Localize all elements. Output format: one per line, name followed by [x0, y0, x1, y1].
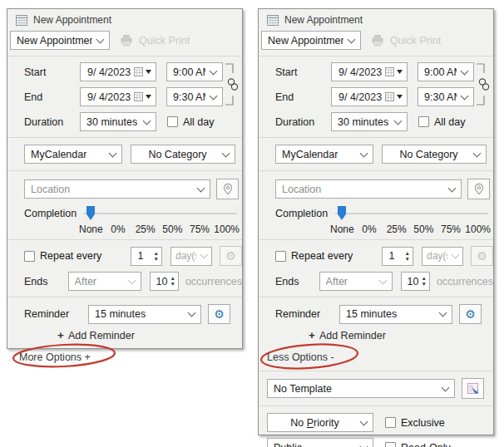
less-options-toggle[interactable]: Less Options - [267, 351, 334, 363]
end-time-combo[interactable]: 9:30 AM [166, 87, 223, 106]
spinner-down-icon[interactable]: ▼ [154, 257, 159, 262]
visibility-combo[interactable]: Public [267, 438, 373, 447]
slider-track[interactable] [84, 213, 237, 214]
chevron-down-icon [200, 251, 209, 259]
ends-mode-combo[interactable]: After [68, 272, 141, 291]
completion-slider[interactable] [84, 206, 237, 221]
chevron-down-icon [96, 35, 105, 43]
gear-icon: ⚙ [477, 249, 487, 263]
chevron-down-icon [348, 35, 356, 43]
end-date-field[interactable]: 9/ 4/2023 [331, 87, 408, 106]
reminder-combo[interactable]: 15 minutes [339, 305, 452, 324]
repeat-unit-combo[interactable]: day(s) [422, 247, 463, 266]
checkbox-icon [24, 251, 35, 262]
chevron-down-icon [109, 149, 117, 157]
quick-print-label: Quick Print [390, 35, 441, 47]
spinner-up-icon[interactable]: ▲ [405, 251, 410, 256]
location-map-button[interactable] [467, 179, 490, 199]
ends-mode-combo[interactable]: After [319, 272, 393, 291]
start-time-combo[interactable]: 9:00 AM [418, 62, 474, 81]
category-combo[interactable]: No Category [131, 145, 235, 164]
reminder-label: Reminder [275, 308, 339, 320]
priority-accelerator: P [307, 417, 314, 429]
location-combo[interactable]: Location [275, 179, 462, 199]
occurrences-label: occurrences [185, 276, 242, 287]
recurrence-settings-button[interactable]: ⚙ [220, 246, 242, 266]
calendar-combo[interactable]: MyCalendar [24, 145, 122, 164]
quick-print-button[interactable]: Quick Print [371, 34, 441, 47]
spinner-down-icon[interactable]: ▼ [421, 282, 426, 287]
completion-slider[interactable] [335, 206, 488, 221]
start-date-field[interactable]: 9/ 4/2023 [80, 62, 156, 81]
repeat-interval-spinner[interactable]: 1 ▲▼ [131, 247, 162, 266]
checkbox-icon [167, 116, 178, 127]
add-reminder-link[interactable]: + Add Reminder [259, 329, 493, 341]
start-date-field[interactable]: 9/ 4/2023 [331, 62, 408, 81]
occurrence-count-spinner[interactable]: 10 ▲▼ [150, 272, 179, 291]
exclusive-checkbox[interactable]: Exclusive [385, 417, 445, 429]
quick-print-button[interactable]: Quick Print [120, 34, 190, 47]
appointment-panel-collapsed: New Appointment New Appointment Quick Pr… [7, 8, 243, 349]
repeat-unit-combo[interactable]: day(s) [170, 247, 212, 266]
repeat-row: Repeat every 1 ▲▼ day(s) ⚙ [259, 246, 493, 266]
reminder-settings-button[interactable]: ⚙ [459, 304, 482, 324]
spinner-down-icon[interactable]: ▼ [170, 282, 175, 287]
options-section: No Priority Exclusive Public Read-Only [259, 406, 493, 447]
add-reminder-link[interactable]: + Add Reminder [7, 329, 242, 341]
chevron-down-icon [210, 91, 218, 100]
link-times-icon[interactable] [476, 61, 491, 107]
appointment-type-combo[interactable]: New Appointment [10, 31, 110, 50]
ends-label: Ends [24, 276, 68, 287]
template-edit-button[interactable] [462, 378, 484, 399]
title-bar: New Appointment [259, 9, 493, 29]
link-times-icon[interactable] [225, 61, 240, 107]
recurrence-settings-button[interactable]: ⚙ [471, 246, 493, 266]
end-time-combo[interactable]: 9:30 AM [418, 87, 474, 106]
repeat-row: Repeat every 1 ▲▼ day(s) ⚙ [7, 246, 242, 266]
repeat-interval-spinner[interactable]: 1 ▲▼ [382, 247, 413, 266]
printer-icon [120, 34, 133, 47]
dropdown-arrow-icon [146, 70, 151, 74]
location-row: Location [259, 179, 493, 199]
dropdown-arrow-icon [146, 95, 151, 99]
reminder-combo[interactable]: 15 minutes [88, 305, 201, 324]
chevron-down-icon [360, 417, 368, 425]
end-date-field[interactable]: 9/ 4/2023 [80, 87, 156, 106]
readonly-checkbox[interactable]: Read-Only [385, 442, 451, 447]
chevron-down-icon [197, 184, 205, 192]
dropdown-arrow-icon [397, 95, 403, 99]
plus-icon: + [309, 329, 315, 341]
all-day-checkbox[interactable]: All day [167, 116, 215, 128]
chevron-down-icon [360, 149, 368, 157]
quick-print-label: Quick Print [139, 35, 190, 47]
toolbar: New Appointment Quick Print [259, 29, 493, 56]
reminder-settings-button[interactable]: ⚙ [208, 304, 230, 324]
location-section: Location Completion None 0% 25% 50% 75% [259, 171, 493, 239]
duration-combo[interactable]: 30 minutes [331, 112, 408, 131]
all-day-checkbox[interactable]: All day [418, 116, 466, 128]
duration-combo[interactable]: 30 minutes [80, 112, 156, 131]
plus-icon: + [57, 329, 64, 341]
repeat-every-checkbox[interactable]: Repeat every [275, 250, 373, 262]
slider-track[interactable] [335, 213, 488, 214]
spinner-up-icon[interactable]: ▲ [154, 251, 159, 256]
category-combo[interactable]: No Category [382, 145, 487, 164]
checkbox-icon [275, 251, 286, 262]
slider-thumb[interactable] [338, 206, 346, 220]
slider-thumb[interactable] [86, 206, 95, 220]
occurrence-count-spinner[interactable]: 10 ▲▼ [401, 272, 430, 291]
priority-combo[interactable]: No Priority [267, 413, 373, 432]
start-time-combo[interactable]: 9:00 AM [166, 62, 223, 81]
more-options-toggle[interactable]: More Options + [19, 351, 91, 363]
location-combo[interactable]: Location [24, 179, 210, 199]
calendar-combo[interactable]: MyCalendar [275, 145, 373, 164]
datepicker-icon [134, 92, 143, 101]
spinner-down-icon[interactable]: ▼ [405, 257, 410, 262]
reminder-label: Reminder [24, 308, 88, 320]
template-combo[interactable]: No Template [267, 379, 455, 398]
chevron-down-icon [461, 66, 469, 75]
repeat-every-checkbox[interactable]: Repeat every [24, 250, 122, 262]
end-label: End [275, 91, 331, 103]
location-map-button[interactable] [216, 179, 239, 199]
appointment-type-combo[interactable]: New Appointment [261, 31, 361, 50]
